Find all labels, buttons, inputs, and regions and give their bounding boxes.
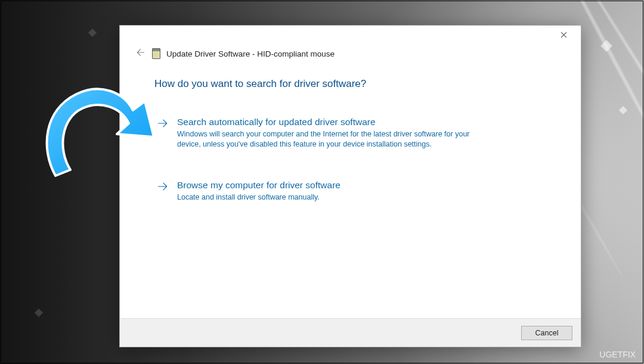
option-browse-computer[interactable]: Browse my computer for driver software L…: [154, 173, 488, 211]
option-description: Windows will search your computer and th…: [177, 129, 482, 150]
option-search-automatically[interactable]: Search automatically for updated driver …: [154, 110, 488, 158]
close-icon: [561, 30, 567, 40]
watermark: UGETFIX: [599, 350, 636, 359]
back-arrow-icon: [134, 47, 145, 60]
dialog-footer: Cancel: [120, 318, 581, 347]
window-title: Update Driver Software - HID-compliant m…: [166, 49, 335, 58]
titlebar: [120, 26, 581, 45]
dialog-content: How do you want to search for driver sof…: [120, 67, 581, 318]
option-title: Search automatically for updated driver …: [177, 116, 482, 128]
back-button[interactable]: [133, 47, 146, 60]
update-driver-dialog: Update Driver Software - HID-compliant m…: [119, 25, 581, 347]
arrow-right-icon: [157, 181, 170, 194]
device-icon: [152, 48, 160, 59]
dialog-header: Update Driver Software - HID-compliant m…: [120, 45, 581, 67]
arrow-right-icon: [157, 117, 170, 130]
watermark-text: UGETFIX: [599, 350, 636, 359]
option-title: Browse my computer for driver software: [177, 179, 482, 191]
content-heading: How do you want to search for driver sof…: [154, 78, 550, 90]
option-description: Locate and install driver software manua…: [177, 192, 482, 203]
close-button[interactable]: [550, 27, 577, 43]
cancel-button[interactable]: Cancel: [521, 326, 572, 340]
